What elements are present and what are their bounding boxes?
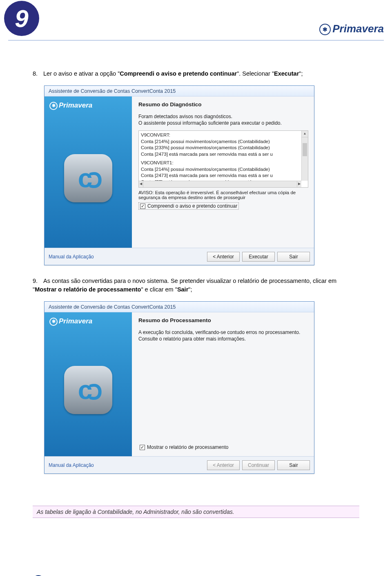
link-icon: cɔ — [78, 163, 99, 193]
sidebar-brand: ✱Primavera — [45, 312, 132, 326]
exit-button[interactable]: Sair — [277, 460, 310, 470]
brand-text: Primavera — [332, 22, 384, 35]
scrollbar-vertical[interactable] — [301, 131, 308, 181]
window-title: Assistente de Conversão de Contas Conver… — [49, 304, 176, 310]
wizard-main: Resumo do Diagnóstico Foram detectados a… — [132, 96, 314, 248]
wizard-body: ✱Primavera cɔ Resumo do Processamento A … — [45, 312, 314, 456]
step-8: 8.Ler o aviso e ativar a opção "Compreen… — [33, 69, 359, 78]
diag-line: Conta [233%] possui movimentos/orçamento… — [141, 145, 307, 151]
badge-number: 9 — [15, 4, 28, 33]
back-button[interactable]: < Anterior — [207, 252, 240, 262]
brand-icon: ✱ — [49, 102, 58, 110]
diag-group-title: V9CONVERT: — [141, 132, 307, 139]
callout-text: As tabelas de ligação à Contabilidade, n… — [37, 509, 234, 515]
content-area: 8.Ler o aviso e ativar a opção "Compreen… — [0, 49, 392, 489]
diag-line: Conta [2473] está marcada para ser remov… — [141, 151, 307, 158]
checkbox-label: Compreendi o aviso e pretendo continuar — [147, 203, 237, 209]
checkbox-label: Mostrar o relatório de processamento — [147, 444, 228, 450]
step-text: Ler o aviso e ativar a opção "Compreendi… — [43, 70, 303, 77]
diag-line: Conta [2473] está marcada para ser remov… — [141, 173, 307, 179]
wizard-window: Assistente de Conversão de Contas Conver… — [44, 301, 314, 474]
manual-link[interactable]: Manual da Aplicação — [49, 254, 94, 260]
step-number: 8. — [33, 69, 43, 78]
link-icon: cɔ — [78, 375, 99, 405]
wizard-titlebar: Assistente de Conversão de Contas Conver… — [45, 86, 314, 96]
wizard-footer: Manual da Aplicação < Anterior Executar … — [45, 248, 314, 265]
version-badge: 9 — [4, 1, 39, 36]
brand-logo: ✱Primavera — [319, 22, 384, 35]
info-callout: As tabelas de ligação à Contabilidade, n… — [33, 506, 359, 518]
wizard-titlebar: Assistente de Conversão de Contas Conver… — [45, 302, 314, 312]
step-text: As contas são convertidas para o novo si… — [33, 278, 336, 293]
intro-text: A execução foi concluída, verificando-se… — [138, 329, 308, 342]
screenshot-2: Assistente de Conversão de Contas Conver… — [44, 301, 359, 474]
confirm-checkbox-row[interactable]: ✓ Compreendi o aviso e pretendo continua… — [138, 202, 239, 210]
brand-icon: ✱ — [49, 318, 58, 326]
diag-group: V9CONVERT: Conta [214%] possui movimento… — [141, 132, 307, 157]
diag-group-title: V9CONVERT1: — [141, 160, 307, 166]
checkbox-icon[interactable]: ✓ — [140, 445, 145, 450]
step-number: 9. — [33, 277, 43, 285]
wizard-heading: Resumo do Diagnóstico — [138, 101, 308, 108]
brand-icon: ✱ — [319, 24, 331, 35]
wizard-footer: Manual da Aplicação < Anterior Continuar… — [45, 456, 314, 473]
header-divider — [8, 40, 384, 40]
show-report-checkbox-row[interactable]: ✓ Mostrar o relatório de processamento — [138, 444, 308, 450]
exit-button[interactable]: Sair — [277, 252, 310, 262]
continue-button[interactable]: Continuar — [242, 460, 275, 470]
sidebar-brand: ✱Primavera — [45, 96, 132, 110]
manual-link[interactable]: Manual da Aplicação — [49, 462, 94, 468]
sidebar-app-icon: cɔ — [64, 366, 112, 414]
step-9: 9.As contas são convertidas para o novo … — [33, 277, 359, 294]
wizard-body: ✱Primavera cɔ Resumo do Diagnóstico Fora… — [45, 96, 314, 248]
wizard-window: Assistente de Conversão de Contas Conver… — [44, 85, 314, 265]
sidebar-app-icon: cɔ — [64, 154, 112, 202]
diag-line: Conta [214%] possui movimentos/orçamento… — [141, 166, 307, 173]
scrollbar-horizontal[interactable] — [139, 181, 301, 187]
diagnostics-listbox[interactable]: V9CONVERT: Conta [214%] possui movimento… — [138, 130, 308, 188]
checkbox-icon[interactable]: ✓ — [140, 204, 145, 209]
screenshot-1: Assistente de Conversão de Contas Conver… — [44, 85, 359, 265]
wizard-sidebar: ✱Primavera cɔ — [45, 96, 132, 248]
wizard-sidebar: ✱Primavera cɔ — [45, 312, 132, 456]
intro-text: Foram detectados avisos nos diagnósticos… — [138, 113, 308, 126]
back-button[interactable]: < Anterior — [207, 460, 240, 470]
warning-text: AVISO: Esta operação é irreversível. É a… — [138, 190, 308, 200]
page-header: 9 ✱Primavera — [0, 0, 392, 49]
window-title: Assistente de Conversão de Contas Conver… — [49, 88, 176, 94]
wizard-main: Resumo do Processamento A execução foi c… — [132, 312, 314, 456]
scrollbar-thumb[interactable] — [303, 143, 307, 156]
wizard-heading: Resumo do Processamento — [138, 317, 308, 323]
execute-button[interactable]: Executar — [242, 252, 275, 262]
diag-line: Conta [214%] possui movimentos/orçamento… — [141, 139, 307, 145]
